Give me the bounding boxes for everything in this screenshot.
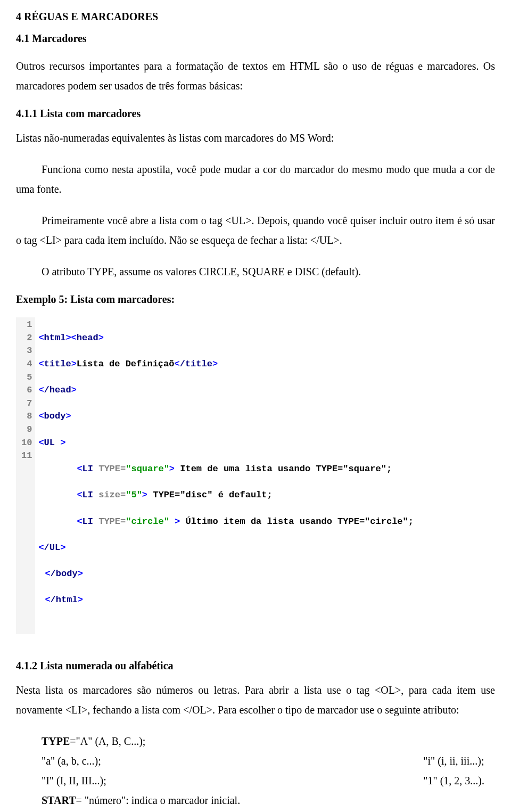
attr-start: START= "número": indica o marcador inici… <box>42 791 495 810</box>
code-content: <html><head> <title>Lista de Definiçaõ</… <box>35 317 414 634</box>
paragraph-412a: Nesta lista os marcadores são números ou… <box>16 680 495 720</box>
heading-4-1-1: 4.1.1 Lista com marcadores <box>16 108 495 120</box>
line-number: 7 <box>21 397 32 411</box>
attr-i-upper: "I" (I, II, III...); <box>42 771 106 791</box>
example-5-label: Exemplo 5: Lista com marcadores: <box>16 293 495 306</box>
code-line: <html><head> <box>38 332 414 345</box>
code-line: </html> <box>38 594 414 607</box>
heading-main: 4 RÉGUAS E MARCADORES <box>16 11 495 23</box>
paragraph-411b: Funciona como nesta apostila, você pode … <box>16 160 495 199</box>
paragraph-411a: Listas não-numeradas equivalentes às lis… <box>16 128 495 148</box>
line-number: 5 <box>21 371 32 384</box>
code-line: </body> <box>38 568 414 581</box>
code-line: </head> <box>38 384 414 397</box>
line-number: 4 <box>21 358 32 371</box>
code-line: </UL> <box>38 542 414 555</box>
line-number: 2 <box>21 332 32 345</box>
paragraph-intro: Outros recursos importantes para a forma… <box>16 56 495 96</box>
attr-type-a-upper: TYPE="A" (A, B, C...); <box>42 732 495 751</box>
document-page: 4 RÉGUAS E MARCADORES 4.1 Marcadores Out… <box>0 0 511 812</box>
code-line: <body> <box>38 410 414 423</box>
attr-two-column: "a" (a, b, c...); "I" (I, II, III...); "… <box>42 751 484 791</box>
attr-1: "1" (1, 2, 3...). <box>423 771 484 791</box>
line-number: 8 <box>21 410 32 423</box>
code-line: <title>Lista de Definiçaõ</title> <box>38 358 414 371</box>
line-number: 1 <box>21 318 32 332</box>
paragraph-411d: O atributo TYPE, assume os valores CIRCL… <box>16 262 495 282</box>
line-number: 3 <box>21 345 32 358</box>
heading-4-1: 4.1 Marcadores <box>16 32 495 45</box>
attr-a-lower: "a" (a, b, c...); <box>42 751 106 771</box>
code-gutter: 1 2 3 4 5 6 7 8 9 10 11 <box>16 317 35 634</box>
attr-i-lower: "i" (i, ii, iii...); <box>423 751 484 771</box>
line-number: 6 <box>21 384 32 397</box>
line-number: 10 <box>21 437 32 450</box>
heading-4-1-2: 4.1.2 Lista numerada ou alfabética <box>16 660 495 672</box>
code-block-example-5: 1 2 3 4 5 6 7 8 9 10 11 <html><head> <ti… <box>16 317 495 634</box>
paragraph-411c: Primeiramente você abre a lista com o ta… <box>16 211 495 250</box>
line-number: 9 <box>21 423 32 437</box>
code-line: <LI size="5"> TYPE="disc" é default; <box>38 489 414 502</box>
code-line: <UL > <box>38 437 414 450</box>
code-line: <LI TYPE="circle" > Último item da lista… <box>38 515 414 529</box>
code-line: <LI TYPE="square"> Item de uma lista usa… <box>38 463 414 476</box>
line-number: 11 <box>21 449 32 463</box>
